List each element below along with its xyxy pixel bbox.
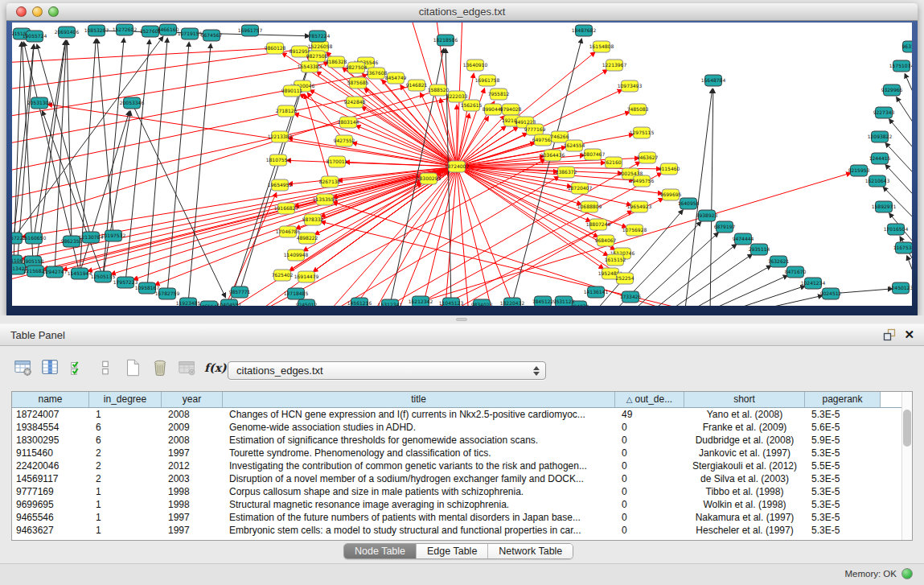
table-cell[interactable]: 0 [615,485,684,498]
table-cell[interactable]: 9777169 [12,485,89,498]
graph-edge[interactable] [684,89,713,306]
table-cell[interactable]: 0 [615,511,684,524]
table-cell[interactable]: 5.3E-5 [805,485,881,498]
tab-node-table[interactable]: Node Table [344,544,417,558]
graph-node[interactable]: 18807249 [586,219,611,230]
graph-node[interactable]: 11923485 [176,298,201,306]
graph-node[interactable]: 13718485 [284,288,309,299]
table-row[interactable]: 2242004622012Investigating the contribut… [12,459,912,472]
graph-edge[interactable] [647,245,736,306]
graph-node[interactable]: 8938923 [696,210,718,221]
graph-node[interactable]: 19495756 [630,175,655,187]
delete-column-button[interactable] [150,357,170,378]
graph-node[interactable]: 14136141 [584,286,609,298]
graph-node[interactable]: 25160650 [22,233,47,244]
tab-edge-table[interactable]: Edge Table [417,544,488,558]
table-row[interactable]: 1872400712008Changes of HCN gene express… [12,408,912,421]
table-row[interactable]: 911546021997Tourette syndrome. Phenomeno… [12,447,912,459]
table-cell[interactable]: 2 [89,459,162,472]
graph-node[interactable]: 11353554 [313,194,338,205]
graph-edge[interactable] [167,43,189,294]
table-cell[interactable]: 1997 [162,524,223,537]
graph-node[interactable]: 6879197 [714,221,736,233]
graph-edge[interactable] [905,74,912,110]
table-cell[interactable]: 5.3E-5 [805,498,881,511]
memory-ok-indicator-icon[interactable] [901,568,913,579]
graph-node[interactable]: 4898222 [297,233,318,244]
table-cell[interactable]: Stergiakouli et al. (2012) [684,459,805,472]
graph-node[interactable]: 11045123 [439,298,464,306]
graph-edge[interactable] [710,89,713,306]
graph-node[interactable]: 62160 [606,157,622,168]
graph-node[interactable]: 7845122 [532,296,554,306]
graph-edge[interactable] [885,165,912,203]
graph-node[interactable]: 10853287 [84,25,109,36]
graph-node[interactable]: 9890111 [281,85,303,97]
table-cell[interactable]: 5.3E-5 [805,472,881,485]
graph-node[interactable]: 9245012 [296,299,318,306]
graph-node[interactable]: 1167534 [893,242,912,253]
table-cell[interactable]: Dudbridge et al. (2008) [684,434,805,447]
table-row[interactable]: 969969511998Structural magnetic resonanc… [12,498,912,511]
table-cell[interactable]: 5.5E-5 [805,459,881,472]
graph-edge[interactable] [97,39,113,236]
graph-node[interactable]: 2935114 [749,244,770,255]
graph-node[interactable]: 17857224 [306,31,331,42]
table-row[interactable]: 977716911998Corpus callosum shape and si… [12,485,912,498]
graph-node[interactable]: 20531306 [27,97,52,109]
graph-node[interactable]: 1624554 [564,140,585,151]
graph-node[interactable]: 9146821 [406,80,428,91]
graph-node[interactable]: 20364436 [540,150,565,161]
table-cell[interactable]: Wolkin et al. (1998) [684,498,805,511]
graph-node[interactable]: 8170011 [326,156,348,167]
table-cell[interactable]: 5.6E-5 [805,421,881,434]
minimize-window-button[interactable] [32,6,43,17]
graph-edge[interactable] [23,167,457,259]
table-cell[interactable]: 0 [615,447,684,459]
table-cell[interactable]: 9465546 [12,511,89,524]
table-row[interactable]: 946554611997Estimation of the future num… [12,511,912,524]
delete-table-button-disabled[interactable] [177,357,198,378]
column-header-name[interactable]: name [12,392,89,407]
table-cell[interactable]: 19384554 [12,421,89,434]
network-canvas[interactable]: 1872400718300295986012889129541522605898… [12,23,912,306]
graph-node[interactable]: 18724007 [445,161,470,172]
table-cell[interactable]: 2 [89,447,162,459]
graph-node[interactable]: 9115460 [659,163,680,175]
table-cell[interactable]: 1997 [162,511,223,524]
table-cell[interactable]: 49 [615,408,684,421]
graph-node[interactable]: 9427552 [334,135,355,146]
table-cell[interactable]: 5.3E-5 [805,447,881,459]
graph-node[interactable]: 18218586 [433,35,458,46]
graph-node[interactable]: 10807467 [581,149,606,160]
graph-node[interactable]: 9242848 [344,97,366,108]
table-cell[interactable]: Estimation of significance thresholds fo… [223,434,615,447]
graph-edge[interactable] [356,126,457,167]
table-cell[interactable]: Tibbo et al. (1998) [684,485,805,498]
table-selector-dropdown[interactable]: citations_edges.txt [228,361,546,380]
graph-node[interactable]: 20691406 [55,27,80,38]
graph-node[interactable]: 9329966 [881,84,903,96]
graph-edge[interactable] [12,48,275,63]
table-cell[interactable]: Disruption of a novel member of a sodium… [223,472,615,485]
graph-node[interactable]: 10973493 [618,80,643,92]
table-cell[interactable]: 0 [615,524,684,537]
graph-edge[interactable] [362,107,457,167]
table-row[interactable]: 946362711997Embryonic stem cells: a mode… [12,524,912,537]
table-cell[interactable]: 18300295 [12,434,89,447]
graph-node[interactable]: 20053346 [120,97,145,109]
graph-node[interactable]: 9474444 [733,233,754,245]
graph-node[interactable]: 19055724 [23,31,47,42]
table-cell[interactable]: 5.3E-5 [805,408,881,421]
graph-node[interactable]: 7632621 [768,256,790,267]
column-header-short[interactable]: short [684,392,805,407]
graph-node[interactable]: 16914479 [294,271,319,282]
graph-node[interactable]: 9777169 [524,124,546,135]
table-cell[interactable]: 1998 [162,498,223,511]
table-cell[interactable]: 2 [89,472,162,485]
graph-edge[interactable] [326,177,559,306]
graph-node[interactable]: 13640910 [463,60,488,71]
graph-node[interactable]: 12450123 [889,282,912,294]
close-panel-icon[interactable]: ✕ [904,328,914,341]
graph-node[interactable]: 1615152 [605,254,626,266]
